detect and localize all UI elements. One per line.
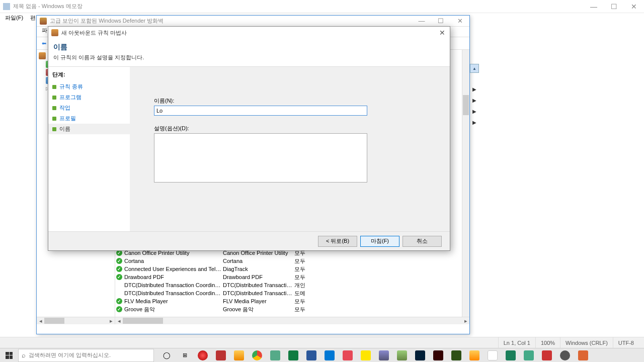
explorer-icon[interactable] [230,349,248,362]
menu-file[interactable]: 파일(F) [2,13,26,23]
action-arrow-icon[interactable]: ▶ [470,95,479,105]
wizard-step[interactable]: 작업 [48,103,130,113]
app-icon[interactable] [484,349,501,362]
cortana-icon[interactable]: ◯ [158,349,175,362]
bullet-icon [52,96,56,100]
wizard-step[interactable]: 이름 [48,124,130,134]
notepad-titlebar: 제목 없음 - Windows 메모장 — ☐ ✕ [0,0,644,13]
rule-row[interactable]: DTC(Distributed Transaction Coordinator)… [116,289,469,297]
fw-maximize-button[interactable]: ☐ [431,16,450,27]
rule-status-icon: ✓ [116,274,122,280]
rule-status-icon: ✓ [116,266,122,272]
rule-name: Drawboard PDF [124,274,223,280]
app-icon[interactable] [339,349,356,362]
photoshop-icon[interactable] [412,349,429,362]
wizard-buttons: < 뒤로(B) 마침(F) 취소 [48,231,450,250]
taskview-icon[interactable]: ⊞ [176,349,193,362]
rule-row[interactable]: ✓CortanaCortana모두 [116,257,469,265]
maximize-button[interactable]: ☐ [604,0,624,13]
kakao-icon[interactable] [357,349,374,362]
wizard-header-desc: 이 규칙의 이름과 설명을 지정합니다. [53,54,445,61]
rule-status-icon [116,282,122,288]
rule-row[interactable]: DTC(Distributed Transaction Coordinator)… [116,281,469,289]
scroll-right-icon[interactable]: ▸ [462,317,469,324]
wizard-step[interactable]: 프로그램 [48,92,130,103]
status-eol: Windows (CRLF) [560,337,613,348]
app-icon[interactable] [212,349,229,362]
desc-input[interactable] [154,133,367,183]
close-button[interactable]: ✕ [624,0,644,13]
fw-close-button[interactable]: ✕ [450,16,469,27]
app-icon[interactable] [520,349,537,362]
taskbar-search[interactable]: ⌕ 검색하려면 여기에 입력하십시오. [18,349,154,362]
scroll-thumb[interactable] [44,318,64,324]
app-icon[interactable] [194,349,211,362]
app-icon[interactable] [393,349,411,362]
taskbar-icons: ◯ ⊞ [158,349,644,362]
scroll-thumb[interactable] [463,95,469,115]
excel-icon[interactable] [285,349,302,362]
scroll-left-icon[interactable]: ◂ [37,317,44,324]
rule-status-icon: ✓ [116,258,122,264]
illustrator-icon[interactable] [430,349,447,362]
nav-back-button[interactable]: ⬅ [39,38,49,48]
app-icon[interactable] [575,349,592,362]
search-icon: ⌕ [22,351,26,359]
rule-status-icon: ✓ [116,306,122,312]
taskbar: ⌕ 검색하려면 여기에 입력하십시오. ◯ ⊞ [0,348,644,362]
wizard-step[interactable]: 프로필 [48,113,130,124]
back-button[interactable]: < 뒤로(B) [318,236,357,247]
finish-button[interactable]: 마침(F) [360,236,399,247]
wizard-step[interactable]: 규칙 종류 [48,81,130,92]
scroll-thumb[interactable] [123,318,163,324]
app-icon[interactable] [466,349,483,362]
scroll-right-icon[interactable]: ▸ [107,317,115,324]
app-icon[interactable] [502,349,519,362]
notepad-icon [3,3,10,10]
cancel-button[interactable]: 취소 [403,236,442,247]
name-input[interactable] [154,106,367,116]
wizard-title: 새 아웃바운드 규칙 마법사 [61,29,435,37]
action-arrow-icon[interactable]: ▶ [470,84,479,94]
chrome-icon[interactable] [249,349,266,362]
rule-name: DTC(Distributed Transaction Coordinator)… [124,290,223,296]
minimize-button[interactable]: — [584,0,604,13]
rules-vscroll[interactable] [462,50,469,317]
rule-row[interactable]: ✓Drawboard PDFDrawboard PDF모두 [116,273,469,281]
rule-group: Groove 음악 [223,306,294,313]
rule-name: DTC(Distributed Transaction Coordinator)… [124,282,223,288]
app-icon[interactable] [538,349,555,362]
settings-icon[interactable] [556,349,574,362]
tree-hscroll[interactable]: ◂ ▸ [37,317,115,324]
rule-profile: 모두 [294,274,309,281]
rule-name: FLV Media Player [124,298,223,304]
action-arrow-icon[interactable]: ▶ [470,106,479,116]
wizard-titlebar: 새 아웃바운드 규칙 마법사 ✕ [48,27,450,39]
app-icon[interactable] [448,349,465,362]
app-icon[interactable] [267,349,284,362]
app-icon[interactable] [375,349,392,362]
rule-row[interactable]: ✓Groove 음악Groove 음악모두 [116,305,469,313]
action-arrow-icon[interactable]: ▶ [470,117,479,127]
wizard-close-button[interactable]: ✕ [435,27,450,39]
rule-row[interactable]: ✓Connected User Experiences and Telemetr… [116,265,469,273]
status-pos: Ln 1, Col 1 [498,337,535,348]
outlook-icon[interactable] [321,349,338,362]
rule-row[interactable]: ✓FLV Media PlayerFLV Media Player모두 [116,297,469,305]
rules-hscroll[interactable]: ◂ ▸ [115,317,469,324]
firewall-title: 고급 보안이 포함된 Windows Defender 방화벽 [50,17,412,25]
rule-status-icon [116,290,122,296]
word-icon[interactable] [303,349,320,362]
rule-profile: 모두 [294,306,309,313]
name-label: 이름(N): [154,97,430,105]
rule-name: Connected User Experiences and Telemetry [124,266,223,272]
fw-minimize-button[interactable]: — [412,16,431,27]
rule-profile: 모두 [294,265,309,273]
rule-profile: 모두 [294,298,309,305]
step-label: 작업 [59,104,70,112]
scroll-left-icon[interactable]: ◂ [115,317,123,324]
rule-group: DiagTrack [223,266,294,272]
step-label: 규칙 종류 [59,83,83,90]
actions-collapse-button[interactable]: ▲ [470,64,479,73]
start-button[interactable] [0,348,18,363]
